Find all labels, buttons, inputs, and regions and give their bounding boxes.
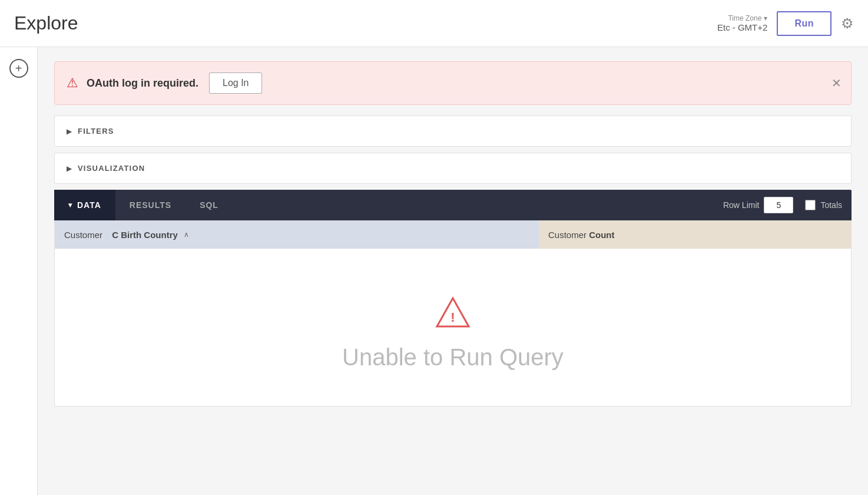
- empty-state-message: Unable to Run Query: [342, 344, 564, 371]
- oauth-banner: ⚠ OAuth log in required. Log In ✕: [54, 61, 852, 105]
- row-limit-label: Row Limit: [723, 200, 759, 210]
- oauth-message: OAuth log in required.: [87, 77, 198, 90]
- header-controls: Time Zone ▾ Etc - GMT+2 Run ⚙: [717, 11, 854, 36]
- tab-results[interactable]: RESULTS: [115, 190, 185, 220]
- empty-warning-icon: !: [435, 296, 471, 332]
- timezone-selector[interactable]: Time Zone ▾ Etc - GMT+2: [717, 14, 767, 32]
- sidebar: +: [0, 47, 38, 495]
- timezone-label: Time Zone ▾: [717, 14, 767, 22]
- timezone-value: Etc - GMT+2: [717, 22, 767, 32]
- page-title: Explore: [14, 12, 78, 34]
- visualization-header[interactable]: ▶ VISUALIZATION: [55, 153, 851, 183]
- add-icon: +: [15, 62, 22, 74]
- main-layout: + ⚠ OAuth log in required. Log In ✕ ▶ FI…: [0, 47, 868, 495]
- visualization-chevron-icon: ▶: [67, 164, 72, 173]
- filters-section: ▶ FILTERS: [54, 116, 852, 147]
- empty-state: ! Unable to Run Query: [55, 249, 851, 406]
- visualization-section: ▶ VISUALIZATION: [54, 153, 852, 184]
- main-content: ⚠ OAuth log in required. Log In ✕ ▶ FILT…: [38, 47, 868, 495]
- dimension-prefix: Customer: [64, 230, 102, 240]
- tab-data[interactable]: ▾ DATA: [54, 190, 115, 220]
- filters-header[interactable]: ▶ FILTERS: [55, 116, 851, 146]
- close-icon: ✕: [831, 77, 842, 90]
- svg-text:!: !: [450, 310, 455, 325]
- timezone-chevron-icon: ▾: [764, 14, 767, 22]
- tab-data-arrow-icon: ▾: [68, 201, 72, 209]
- totals-label: Totals: [820, 200, 842, 210]
- gear-icon: ⚙: [841, 15, 854, 32]
- data-section: Customer C Birth Country ∧ Customer Coun…: [54, 220, 852, 407]
- data-tabs-bar: ▾ DATA RESULTS SQL Row Limit Totals: [54, 190, 852, 220]
- sort-asc-icon: ∧: [184, 230, 189, 239]
- app-header: Explore Time Zone ▾ Etc - GMT+2 Run ⚙: [0, 0, 868, 47]
- close-banner-button[interactable]: ✕: [831, 76, 842, 90]
- table-header-row: Customer C Birth Country ∧ Customer Coun…: [55, 220, 851, 249]
- row-limit-container: Row Limit: [723, 197, 805, 213]
- measure-column-header[interactable]: Customer Count: [539, 220, 851, 249]
- run-button[interactable]: Run: [777, 11, 831, 36]
- totals-checkbox[interactable]: [805, 200, 816, 210]
- filters-title: FILTERS: [78, 127, 114, 136]
- visualization-title: VISUALIZATION: [78, 164, 145, 173]
- totals-container: Totals: [805, 200, 852, 210]
- tab-sql[interactable]: SQL: [185, 190, 233, 220]
- dimension-bold: C Birth Country: [112, 230, 178, 240]
- add-button[interactable]: +: [9, 59, 28, 78]
- tab-sql-label: SQL: [200, 200, 218, 210]
- login-button[interactable]: Log In: [209, 72, 262, 94]
- tab-data-label: DATA: [77, 200, 101, 210]
- row-limit-input[interactable]: [764, 197, 793, 213]
- dimension-column-header[interactable]: Customer C Birth Country ∧: [55, 220, 539, 249]
- tab-results-label: RESULTS: [130, 200, 171, 210]
- settings-button[interactable]: ⚙: [841, 15, 854, 32]
- measure-bold: Count: [589, 230, 614, 240]
- warning-icon: ⚠: [67, 75, 78, 91]
- filters-chevron-icon: ▶: [67, 127, 72, 136]
- measure-prefix: Customer: [548, 230, 587, 240]
